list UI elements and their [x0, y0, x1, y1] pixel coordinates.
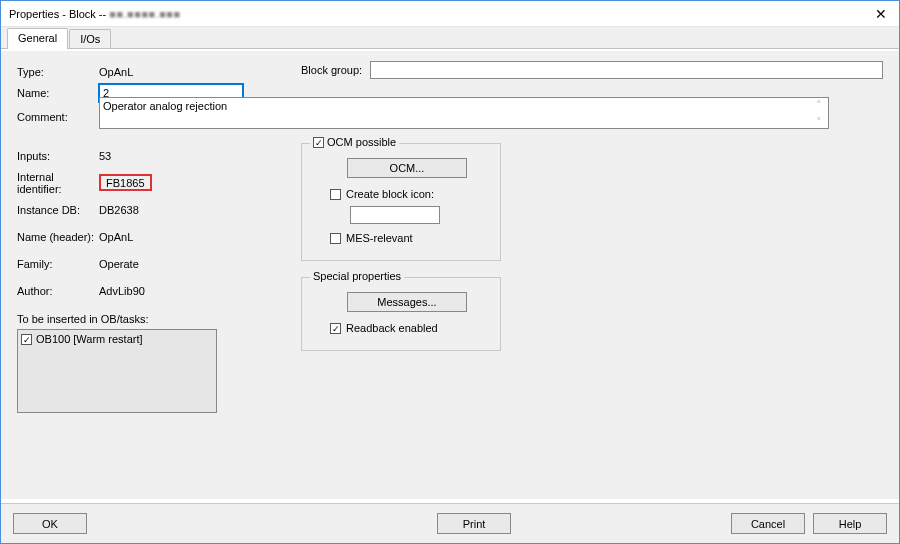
- inputs-label: Inputs:: [17, 150, 99, 162]
- cancel-button[interactable]: Cancel: [731, 513, 805, 534]
- print-button[interactable]: Print: [437, 513, 511, 534]
- ocm-button[interactable]: OCM...: [347, 158, 467, 178]
- mes-relevant-label: MES-relevant: [346, 232, 413, 244]
- internal-id-label: Internal identifier:: [17, 171, 99, 195]
- internal-id-value: FB1865: [99, 174, 152, 191]
- ob-item[interactable]: OB100 [Warm restart]: [21, 333, 213, 345]
- readback-label: Readback enabled: [346, 322, 438, 334]
- author-label: Author:: [17, 285, 99, 297]
- author-value: AdvLib90: [99, 285, 145, 297]
- ocm-possible-label: OCM possible: [327, 136, 396, 148]
- special-properties-group: Special properties Messages... Readback …: [301, 277, 501, 351]
- type-value: OpAnL: [99, 66, 133, 78]
- name-label: Name:: [17, 87, 99, 99]
- help-button[interactable]: Help: [813, 513, 887, 534]
- button-bar: OK Print Cancel Help: [1, 503, 899, 543]
- comment-text: Operator analog rejection: [103, 100, 227, 112]
- readback-checkbox[interactable]: [330, 323, 341, 334]
- ocm-possible-checkbox[interactable]: [313, 137, 324, 148]
- comment-label: Comment:: [17, 111, 99, 123]
- ob-item-label: OB100 [Warm restart]: [36, 333, 143, 345]
- messages-button[interactable]: Messages...: [347, 292, 467, 312]
- comment-input[interactable]: Operator analog rejection ˄˅: [99, 97, 829, 129]
- name-header-value: OpAnL: [99, 231, 133, 243]
- tab-content: Type: OpAnL Name: Comment: Block group: …: [1, 51, 899, 499]
- title-prefix: Properties - Block --: [9, 8, 109, 20]
- instance-db-value: DB2638: [99, 204, 139, 216]
- type-label: Type:: [17, 66, 99, 78]
- mes-relevant-checkbox[interactable]: [330, 233, 341, 244]
- tab-ios[interactable]: I/Os: [69, 29, 111, 48]
- name-header-label: Name (header):: [17, 231, 99, 243]
- ob-tasks-label: To be inserted in OB/tasks:: [17, 313, 277, 325]
- title-redacted: ■■.■■■■.■■■: [109, 8, 180, 20]
- titlebar: Properties - Block -- ■■.■■■■.■■■ ✕: [1, 1, 899, 27]
- ocm-group: OCM possible OCM... Create block icon: M…: [301, 143, 501, 261]
- family-label: Family:: [17, 258, 99, 270]
- right-column: OCM possible OCM... Create block icon: M…: [301, 143, 501, 367]
- block-group-label: Block group:: [301, 64, 362, 76]
- left-details: Inputs: 53 Internal identifier: FB1865 I…: [17, 145, 277, 413]
- special-properties-legend: Special properties: [310, 270, 404, 282]
- block-group-input[interactable]: [370, 61, 883, 79]
- instance-db-label: Instance DB:: [17, 204, 99, 216]
- tab-bar: General I/Os: [1, 27, 899, 49]
- tab-general[interactable]: General: [7, 28, 68, 49]
- close-icon[interactable]: ✕: [871, 6, 891, 22]
- create-block-icon-checkbox[interactable]: [330, 189, 341, 200]
- scrollbar[interactable]: ˄˅: [816, 100, 826, 128]
- ok-button[interactable]: OK: [13, 513, 87, 534]
- block-group-row: Block group:: [301, 61, 883, 79]
- window-title: Properties - Block -- ■■.■■■■.■■■: [9, 7, 181, 21]
- inputs-value: 53: [99, 150, 111, 162]
- ocm-possible-legend[interactable]: OCM possible: [310, 136, 399, 148]
- family-value: Operate: [99, 258, 139, 270]
- block-icon-input[interactable]: [350, 206, 440, 224]
- create-block-icon-label: Create block icon:: [346, 188, 434, 200]
- check-icon[interactable]: [21, 334, 32, 345]
- properties-dialog: Properties - Block -- ■■.■■■■.■■■ ✕ Gene…: [0, 0, 900, 544]
- ob-tasks-list[interactable]: OB100 [Warm restart]: [17, 329, 217, 413]
